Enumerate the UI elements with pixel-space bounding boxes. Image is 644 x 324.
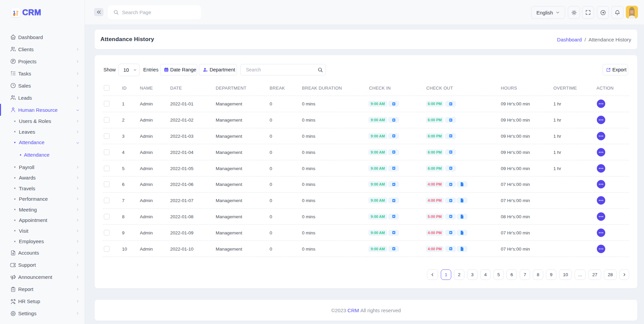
svg-text:stop: stop — [16, 10, 19, 15]
